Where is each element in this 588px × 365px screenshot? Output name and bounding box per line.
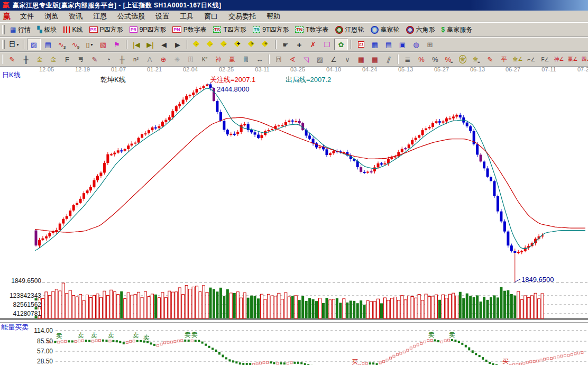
crosshair-button[interactable]: + — [293, 39, 306, 50]
grid-red-a-tool[interactable]: ▦ — [355, 54, 368, 65]
bow-tool[interactable]: 弓 — [75, 54, 87, 65]
hexagon-button[interactable]: 六角形 — [403, 24, 438, 35]
menu-item-7[interactable]: 窗口 — [199, 12, 223, 21]
info-panel-icon[interactable]: ▤ — [42, 39, 54, 50]
save-remote-button[interactable]: ◍ — [410, 39, 422, 50]
span-arrows-tool[interactable]: ↔ — [253, 54, 266, 65]
parallel-lines-tool[interactable]: ∥ — [382, 54, 395, 65]
quotes-button[interactable]: ▦行情 — [7, 24, 34, 35]
select-box-tool[interactable]: 回 — [272, 54, 285, 65]
menu-item-0[interactable]: 文件 — [15, 12, 39, 21]
gold-circle-tool[interactable]: 金 — [456, 54, 469, 65]
zigzag-line-tool[interactable]: ∨ — [341, 54, 354, 65]
gold-levels-tool[interactable]: 金≡ — [470, 54, 483, 65]
menu-item-3[interactable]: 江恩 — [88, 12, 112, 21]
diamond-cross-button[interactable]: ◆✚ — [232, 39, 245, 50]
first-page-button[interactable]: |◀ — [130, 39, 143, 50]
gold-angle-tool[interactable]: 金∠ — [511, 54, 524, 65]
grid-red-b-tool[interactable]: ▦ — [369, 54, 381, 65]
j-angle-tool[interactable]: ⌐∠ — [525, 54, 538, 65]
gann-wheel-button[interactable]: 江恩轮 — [332, 24, 368, 35]
toolbar-grip[interactable] — [2, 25, 5, 34]
winner-service-button[interactable]: $赢家服务 — [438, 24, 476, 35]
prev-page-button[interactable]: ◀ — [158, 39, 170, 50]
sectors-button[interactable]: ▚板块 — [34, 24, 60, 35]
star-burst-tool[interactable]: ✳ — [171, 54, 183, 65]
menu-item-9[interactable]: 帮助 — [261, 12, 286, 21]
smart-analysis-button[interactable]: ✿ — [334, 39, 348, 50]
ninep-square-button[interactable]: P99P四方形 — [126, 24, 170, 35]
draw-flag-icon[interactable]: ⚑ — [111, 39, 123, 50]
measure-bars-tool[interactable]: ≣ — [401, 54, 414, 65]
diamond-right-button[interactable]: ◆→ — [205, 39, 217, 50]
ink-pen-tool[interactable]: ✎ — [484, 54, 497, 65]
t-square-button[interactable]: TST四方形 — [210, 24, 250, 35]
ying-tool[interactable]: 赢 — [226, 54, 238, 65]
fan-box-tool[interactable]: ◹ — [300, 54, 313, 65]
kline-chart[interactable]: 卖卖卖卖卖卖卖卖卖卖买买12-0512-1901-0701-2102-0402-… — [0, 67, 588, 365]
notepad-button[interactable]: ▤ — [382, 39, 395, 50]
winner-wheel-button[interactable]: 赢家轮 — [368, 24, 403, 35]
p-digit-button[interactable]: PNP数字表 — [169, 24, 210, 35]
t-digit-button[interactable]: TNT数字表 — [292, 24, 332, 35]
ladder-tool[interactable]: ╫ — [20, 54, 32, 65]
diamond-spokes-button[interactable]: ◆✳ — [260, 39, 272, 50]
kline-button[interactable]: K线 — [60, 24, 86, 35]
gann-fan-tool[interactable]: ∢ — [286, 54, 299, 65]
menu-item-2[interactable]: 资讯 — [63, 12, 88, 21]
mirror-a-tool[interactable]: A — [143, 54, 156, 65]
abacus-tool[interactable]: 冊 — [240, 54, 252, 65]
chart-area[interactable]: 卖卖卖卖卖卖卖卖卖卖买买12-0512-1901-0701-2102-0402-… — [0, 67, 588, 365]
marker-pen-tool[interactable]: ✎ — [88, 54, 101, 65]
menu-item-8[interactable]: 交易委托 — [223, 12, 261, 21]
save-button[interactable]: ▣ — [396, 39, 409, 50]
menu-item-4[interactable]: 公式选股 — [112, 12, 150, 21]
menu-item-5[interactable]: 设置 — [150, 12, 174, 21]
n-squared-tool[interactable]: n² — [130, 54, 142, 65]
shen-angle-tool[interactable]: 神∠ — [553, 54, 565, 65]
angle-line-tool[interactable]: ∠ — [327, 54, 340, 65]
ray-box-tool[interactable]: ▨ — [314, 54, 326, 65]
wave-count-9-icon[interactable]: ∿9 — [69, 39, 82, 50]
ying-angle-tool[interactable]: 赢∠ — [566, 54, 579, 65]
percent-levels-tool[interactable]: %≡ — [443, 54, 455, 65]
diamond-left-button[interactable]: ◆← — [191, 39, 204, 50]
calculator-button[interactable]: ▦ — [369, 39, 381, 50]
erase-line-button[interactable]: ✗ — [307, 39, 319, 50]
grid-box-tool[interactable]: 田 — [185, 54, 197, 65]
wave-count-3-icon[interactable]: ∿3 — [56, 39, 68, 50]
diamond-hspan-button[interactable]: ◆↔ — [218, 39, 231, 50]
last-page-button[interactable]: ▶| — [144, 39, 157, 50]
toolbar-grip[interactable] — [2, 40, 5, 49]
candle-style-dropdown[interactable]: ▯▾ — [83, 39, 96, 50]
calendar-21-button[interactable]: 21 — [355, 39, 368, 50]
percent-line-tool[interactable]: % — [415, 54, 428, 65]
menu-item-6[interactable]: 工具 — [174, 12, 199, 21]
f-angle-tool[interactable]: F∠ — [539, 54, 552, 65]
menu-item-1[interactable]: 浏览 — [39, 12, 63, 21]
shen-tool[interactable]: 神 — [212, 54, 225, 65]
scale-ladder-tool[interactable]: ╫ — [116, 54, 128, 65]
wave-mean-tool[interactable]: 平 — [498, 54, 510, 65]
region-map-icon[interactable]: ▨ — [27, 39, 41, 50]
k-wave-tool[interactable]: K″ — [198, 54, 211, 65]
si-angle-tool[interactable]: 四∠ — [580, 54, 588, 65]
diamond-star-button[interactable]: ◆✳ — [246, 39, 259, 50]
f-ladder-tool[interactable]: F — [61, 54, 74, 65]
p-square-button[interactable]: PSP四方形 — [86, 24, 126, 35]
pattern-edit-button[interactable]: ❒ — [320, 39, 333, 50]
circle-ruler-tool[interactable]: ◔ — [102, 54, 115, 65]
export-button[interactable]: ⊞ — [424, 39, 436, 50]
circle-cross-tool[interactable]: ⊕ — [157, 54, 170, 65]
pan-hand-button[interactable]: ☛ — [279, 39, 292, 50]
percent-plain-tool[interactable]: % — [429, 54, 442, 65]
pattern-red-icon[interactable]: ▧ — [97, 39, 109, 50]
next-page-button[interactable]: ▶ — [171, 39, 184, 50]
pen-tool[interactable]: ✎ — [6, 54, 19, 65]
candle-body — [99, 172, 102, 176]
toolbar-grip[interactable] — [2, 54, 3, 64]
gold-ladder-up-tool[interactable]: 金 — [33, 54, 46, 65]
gold-ladder-down-tool[interactable]: 金 — [47, 54, 60, 65]
ninet-square-button[interactable]: T99T四方形 — [250, 24, 292, 35]
period-day-dropdown[interactable]: 日▾ — [7, 39, 20, 50]
